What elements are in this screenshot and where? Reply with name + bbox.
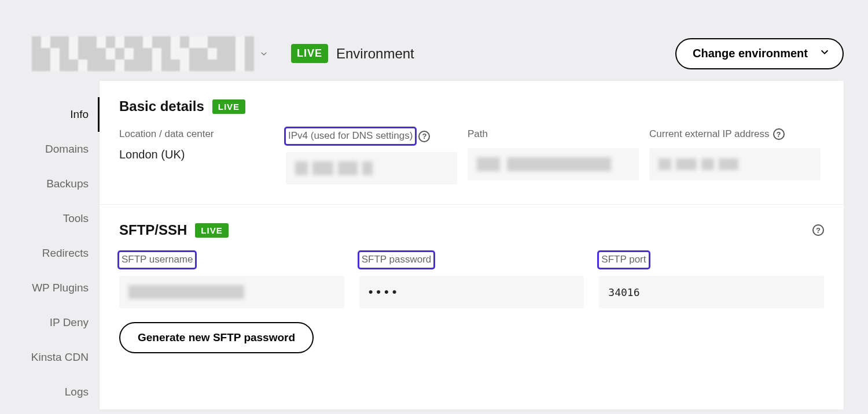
sidebar-item-kinsta-cdn[interactable]: Kinsta CDN <box>6 340 100 375</box>
location-value: London (UK) <box>119 148 275 161</box>
sftp-password-label: SFTP password <box>359 252 434 268</box>
external-ip-label: Current external IP address <box>649 128 770 140</box>
sftp-title: SFTP/SSH <box>119 222 187 238</box>
sidebar-item-ip-deny[interactable]: IP Deny <box>6 305 100 340</box>
generate-sftp-password-button[interactable]: Generate new SFTP password <box>119 322 314 353</box>
ipv4-value[interactable] <box>286 152 457 184</box>
location-label: Location / data center <box>119 128 214 140</box>
sidebar-item-wp-plugins[interactable]: WP Plugins <box>6 271 100 305</box>
content-panel: Basic details LIVE Location / data cente… <box>100 81 844 409</box>
sftp-username-label: SFTP username <box>119 252 195 268</box>
sidebar-item-logs[interactable]: Logs <box>6 375 100 409</box>
ipv4-label: IPv4 (used for DNS settings) <box>286 128 415 144</box>
sidebar-item-backups[interactable]: Backups <box>6 167 100 201</box>
site-selector[interactable] <box>32 36 268 71</box>
basic-details-title: Basic details <box>119 98 204 114</box>
path-label: Path <box>468 128 488 140</box>
live-badge-small: LIVE <box>212 99 245 114</box>
sidebar-item-redirects[interactable]: Redirects <box>6 236 100 271</box>
sidebar: Info Domains Backups Tools Redirects WP … <box>6 81 100 409</box>
change-environment-label: Change environment <box>693 47 808 60</box>
live-badge-small: LIVE <box>195 223 228 238</box>
live-badge: LIVE <box>291 44 328 63</box>
sidebar-item-domains[interactable]: Domains <box>6 132 100 167</box>
sftp-port-label: SFTP port <box>599 252 648 268</box>
header-bar: LIVE Environment Change environment <box>0 0 868 81</box>
help-icon[interactable]: ? <box>418 131 430 142</box>
environment-indicator: LIVE Environment <box>291 44 414 63</box>
chevron-down-icon <box>260 50 268 58</box>
environment-label: Environment <box>336 46 414 62</box>
help-icon[interactable]: ? <box>812 224 824 236</box>
ipv4-label-row: IPv4 (used for DNS settings) ? <box>286 128 430 144</box>
path-value[interactable] <box>468 148 639 180</box>
sftp-password-value[interactable]: •••• <box>359 276 584 308</box>
help-icon[interactable]: ? <box>773 128 785 140</box>
chevron-down-icon <box>819 47 830 60</box>
sftp-port-value[interactable]: 34016 <box>599 276 824 308</box>
external-ip-label-row: Current external IP address ? <box>649 128 785 140</box>
sidebar-item-info[interactable]: Info <box>6 97 100 132</box>
external-ip-value[interactable] <box>649 148 821 180</box>
change-environment-button[interactable]: Change environment <box>675 38 844 69</box>
sftp-username-value[interactable] <box>119 276 344 308</box>
sidebar-item-tools[interactable]: Tools <box>6 201 100 236</box>
basic-details-section: Basic details LIVE Location / data cente… <box>100 81 844 205</box>
password-mask: •••• <box>369 284 400 300</box>
sftp-section: SFTP/SSH LIVE ? SFTP username SFTP passw… <box>100 205 844 373</box>
site-name-blurred <box>32 36 254 71</box>
